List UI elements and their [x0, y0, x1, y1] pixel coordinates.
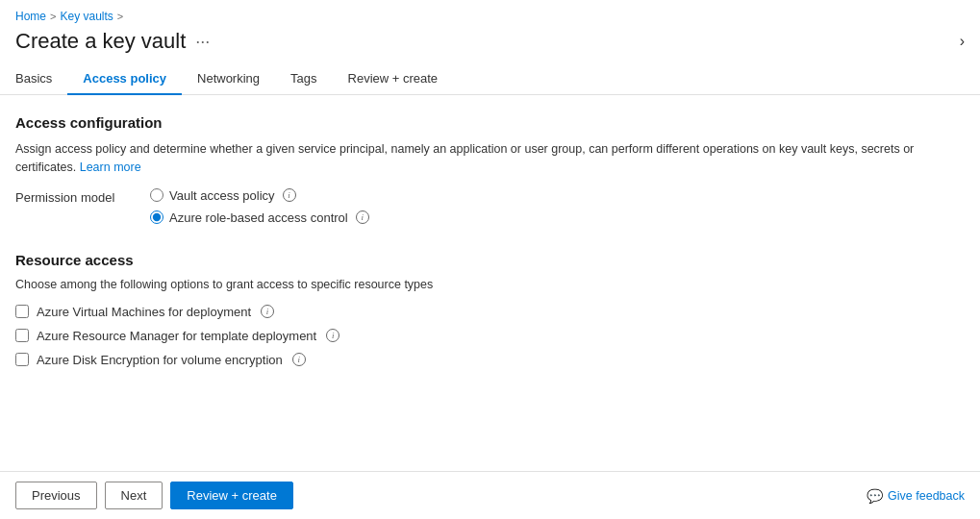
- radio-vault-access-policy[interactable]: Vault access policy i: [150, 188, 369, 203]
- radio-azure-rbac-input[interactable]: [150, 210, 163, 224]
- permission-model-label: Permission model: [15, 188, 150, 205]
- checkbox-disk-encryption[interactable]: Azure Disk Encryption for volume encrypt…: [15, 353, 965, 367]
- tab-review-create[interactable]: Review + create: [333, 63, 454, 95]
- resource-access-section: Resource access Choose among the followi…: [15, 252, 965, 367]
- checkbox-arm-deployment[interactable]: Azure Resource Manager for template depl…: [15, 329, 965, 343]
- page-title: Create a key vault: [15, 29, 186, 54]
- page-header: Create a key vault ··· ›: [0, 27, 980, 63]
- radio-vault-access-policy-input[interactable]: [150, 188, 163, 202]
- azure-rbac-info-icon[interactable]: i: [356, 210, 369, 224]
- give-feedback-label: Give feedback: [888, 489, 965, 503]
- review-create-button[interactable]: Review + create: [170, 482, 293, 509]
- disk-encryption-info-icon[interactable]: i: [292, 353, 306, 366]
- access-configuration-title: Access configuration: [15, 114, 965, 131]
- radio-vault-access-policy-label: Vault access policy: [169, 188, 275, 203]
- more-options-icon[interactable]: ···: [195, 32, 210, 52]
- checkbox-vm-deployment-input[interactable]: [15, 305, 29, 318]
- main-content: Access configuration Assign access polic…: [0, 95, 980, 471]
- footer: Previous Next Review + create 💬 Give fee…: [0, 471, 980, 519]
- tab-basics[interactable]: Basics: [15, 63, 67, 95]
- arm-deployment-info-icon[interactable]: i: [326, 329, 339, 342]
- feedback-icon: 💬: [867, 488, 883, 504]
- radio-azure-rbac[interactable]: Azure role-based access control i: [150, 210, 369, 225]
- previous-button[interactable]: Previous: [15, 482, 97, 509]
- resource-access-desc: Choose among the following options to gr…: [15, 278, 965, 291]
- access-configuration-desc: Assign access policy and determine wheth…: [15, 140, 958, 177]
- breadcrumb-home[interactable]: Home: [15, 10, 46, 23]
- checkbox-vm-deployment-label: Azure Virtual Machines for deployment: [37, 305, 251, 319]
- tab-tags[interactable]: Tags: [275, 63, 332, 95]
- next-button[interactable]: Next: [105, 482, 163, 509]
- breadcrumb: Home > Key vaults >: [0, 0, 980, 27]
- checkbox-disk-encryption-input[interactable]: [15, 353, 29, 366]
- radio-azure-rbac-label: Azure role-based access control: [169, 210, 348, 225]
- vault-access-policy-info-icon[interactable]: i: [283, 188, 296, 202]
- breadcrumb-sep1: >: [50, 11, 56, 22]
- access-configuration-section: Access configuration Assign access polic…: [15, 114, 965, 225]
- checkbox-arm-deployment-label: Azure Resource Manager for template depl…: [37, 329, 316, 343]
- checkbox-vm-deployment[interactable]: Azure Virtual Machines for deployment i: [15, 305, 965, 319]
- give-feedback-link[interactable]: 💬 Give feedback: [867, 488, 965, 504]
- permission-model-row: Permission model Vault access policy i A…: [15, 188, 965, 225]
- checkbox-arm-deployment-input[interactable]: [15, 329, 29, 342]
- tab-networking[interactable]: Networking: [182, 63, 275, 95]
- vm-deployment-info-icon[interactable]: i: [261, 305, 274, 318]
- tab-access-policy[interactable]: Access policy: [67, 63, 182, 95]
- learn-more-link[interactable]: Learn more: [80, 161, 141, 174]
- checkbox-disk-encryption-label: Azure Disk Encryption for volume encrypt…: [37, 353, 283, 367]
- tab-bar: Basics Access policy Networking Tags Rev…: [0, 63, 980, 95]
- breadcrumb-key-vaults[interactable]: Key vaults: [60, 10, 113, 23]
- permission-model-radio-group: Vault access policy i Azure role-based a…: [150, 188, 369, 225]
- access-configuration-desc-text: Assign access policy and determine wheth…: [15, 142, 914, 174]
- breadcrumb-sep2: >: [117, 11, 123, 22]
- resource-access-title: Resource access: [15, 252, 965, 268]
- expand-icon[interactable]: ›: [960, 33, 965, 50]
